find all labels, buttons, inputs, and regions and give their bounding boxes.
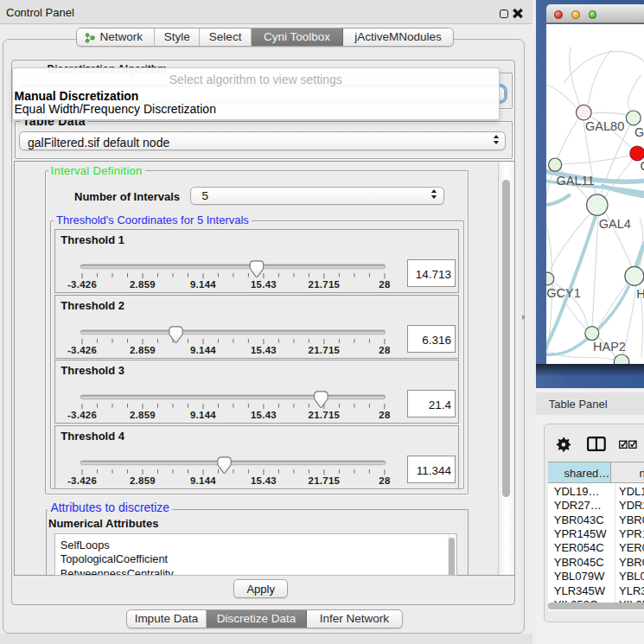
svg-text:GAL11: GAL11 xyxy=(556,174,594,188)
svg-text:-3.426: -3.426 xyxy=(67,345,97,355)
svg-text:-3.426: -3.426 xyxy=(67,475,97,486)
svg-text:28: 28 xyxy=(379,475,390,486)
svg-text:GAL80: GAL80 xyxy=(585,119,624,133)
svg-text:28: 28 xyxy=(379,410,390,420)
svg-text:21.715: 21.715 xyxy=(308,279,340,290)
svg-text:HAP2: HAP2 xyxy=(593,340,626,354)
svg-text:GA: GA xyxy=(634,125,644,139)
svg-text:28: 28 xyxy=(379,345,390,355)
svg-text:GAL4: GAL4 xyxy=(598,217,630,231)
svg-text:2.859: 2.859 xyxy=(130,279,156,290)
svg-text:-3.426: -3.426 xyxy=(67,279,97,290)
svg-text:28: 28 xyxy=(379,279,390,290)
svg-text:9.144: 9.144 xyxy=(190,410,216,420)
svg-text:2.859: 2.859 xyxy=(130,475,156,486)
svg-text:9.144: 9.144 xyxy=(190,475,216,486)
svg-text:9.144: 9.144 xyxy=(190,345,216,355)
svg-text:21.715: 21.715 xyxy=(308,410,340,420)
svg-text:2.859: 2.859 xyxy=(130,345,156,355)
svg-text:15.43: 15.43 xyxy=(251,345,277,355)
svg-text:GCY1: GCY1 xyxy=(546,286,581,300)
svg-text:C: C xyxy=(640,159,644,173)
svg-text:21.715: 21.715 xyxy=(308,345,340,355)
svg-text:9.144: 9.144 xyxy=(190,279,216,290)
svg-text:2.859: 2.859 xyxy=(130,410,156,420)
svg-text:H: H xyxy=(636,287,644,301)
svg-text:15.43: 15.43 xyxy=(251,279,277,290)
svg-text:-3.426: -3.426 xyxy=(67,410,97,420)
svg-text:21.715: 21.715 xyxy=(308,475,340,486)
svg-text:15.43: 15.43 xyxy=(251,475,277,486)
svg-text:15.43: 15.43 xyxy=(251,410,277,420)
